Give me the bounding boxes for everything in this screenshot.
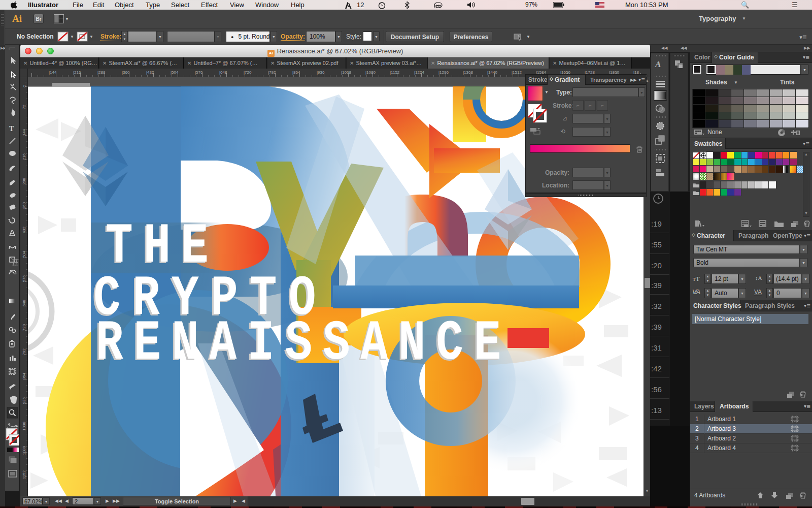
svg-text:T: T (9, 125, 14, 133)
svg-text:RENAISSANCE: RENAISSANCE (96, 311, 512, 375)
